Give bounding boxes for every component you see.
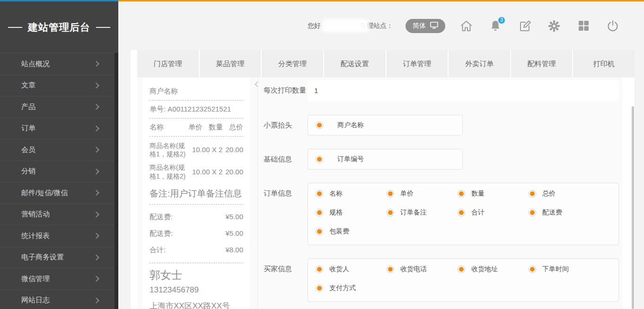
- tab-ingredient-management[interactable]: 配料管理: [511, 50, 573, 77]
- sidebar-item-label: 网站日志: [21, 296, 50, 305]
- sidebar-item-orders[interactable]: 订单: [0, 118, 118, 139]
- tab-order-management[interactable]: 订单管理: [387, 50, 449, 77]
- topbar-icons: 3: [459, 19, 619, 33]
- radio-consignee-phone[interactable]: [387, 266, 394, 273]
- print-count-input[interactable]: 1: [308, 80, 619, 102]
- settings-gear-icon[interactable]: [547, 19, 561, 33]
- radio-consignee[interactable]: [316, 266, 323, 273]
- tab-delivery-settings[interactable]: 配送设置: [324, 50, 387, 77]
- sidebar-item-members[interactable]: 会员: [0, 139, 118, 161]
- options-row: 名称 单价 数量 总价: [316, 184, 618, 203]
- option-total-price: 总价: [529, 189, 600, 198]
- radio-subtotal[interactable]: [458, 209, 465, 216]
- receipt-buyer-phone: 13123456789: [150, 285, 243, 295]
- col-quantity: 数量: [209, 123, 223, 132]
- radio-label: 订单备注: [400, 208, 427, 217]
- sidebar-item-products[interactable]: 产品: [0, 96, 118, 118]
- home-icon[interactable]: [459, 19, 473, 33]
- radio-dot: [317, 229, 322, 234]
- radio-delivery-fee[interactable]: [529, 209, 536, 216]
- radio-unit-price[interactable]: [387, 190, 394, 197]
- sidebar-scrollbar[interactable]: [115, 53, 118, 309]
- sidebar-item-ecommerce-settings[interactable]: 电子商务设置: [0, 247, 118, 268]
- divider: [150, 136, 243, 137]
- tab-label: 打印机: [593, 60, 615, 69]
- sidebar-item-label: 营销活动: [21, 210, 50, 219]
- tab-label: 配送设置: [341, 60, 369, 69]
- apps-grid-icon[interactable]: [577, 19, 590, 33]
- sidebar-item-label: 站点概况: [21, 60, 50, 69]
- radio-quantity[interactable]: [458, 190, 465, 197]
- radio-spec[interactable]: [316, 209, 323, 216]
- tab-store-management[interactable]: 门店管理: [137, 50, 200, 77]
- option-unit-price: 单价: [387, 189, 458, 198]
- sidebar-item-site-overview[interactable]: 站点概况: [0, 53, 118, 75]
- item-name: 商品名称(规格1，规格2): [150, 163, 191, 180]
- sidebar-item-site-logs[interactable]: 网站日志: [0, 290, 118, 309]
- receipt-order-number: 单号: A001121232521521: [150, 105, 243, 114]
- tab-category-management[interactable]: 分类管理: [262, 50, 324, 77]
- edit-icon[interactable]: [518, 19, 531, 33]
- sidebar-item-articles[interactable]: 文章: [0, 75, 118, 96]
- chevron-right-icon: [93, 104, 99, 110]
- sidebar-item-wechat-management[interactable]: 微信管理: [0, 268, 118, 290]
- radio-dot: [459, 191, 464, 196]
- tab-dish-management[interactable]: 菜品管理: [200, 50, 262, 77]
- item-name: 商品名称(规格1，规格2): [150, 141, 191, 158]
- radio-total-price[interactable]: [529, 190, 536, 197]
- radio-label: 规格: [329, 208, 343, 217]
- receipt-merchant-name: 商户名称: [150, 83, 243, 96]
- options-row: 收货人 收货电话 收货地址 下单时间: [316, 260, 618, 279]
- radio-dot: [317, 286, 322, 291]
- radio-delivery-address[interactable]: [458, 266, 465, 273]
- col-unit-price: 单价: [188, 123, 203, 132]
- option-name: 名称: [316, 189, 387, 198]
- chevron-right-icon: [93, 254, 99, 260]
- item-total: 20.00: [225, 145, 243, 154]
- option-subtotal: 合计: [458, 208, 529, 217]
- radio-label: 收货人: [329, 265, 349, 274]
- basic-info-label: 基础信息: [258, 149, 308, 164]
- radio-dot: [317, 267, 322, 272]
- radio-dot: [317, 210, 322, 215]
- username-redacted: [324, 21, 367, 31]
- chevron-right-icon: [93, 147, 99, 153]
- divider: [150, 263, 243, 263]
- sidebar-item-distribution[interactable]: 分销: [0, 161, 118, 182]
- fee-value: ¥5.00: [225, 213, 243, 222]
- printer-settings-form: 每次打印数量 1 小票抬头 商户名称 基础信息 订单编号 订单信息: [257, 77, 623, 309]
- radio-label: 名称: [329, 189, 343, 198]
- logo-dash-right: [96, 27, 110, 28]
- buyer-info-label: 买家信息: [258, 258, 308, 274]
- sidebar-item-mail-sms-wechat[interactable]: 邮件/短信/微信: [0, 182, 118, 204]
- col-total: 总价: [229, 123, 243, 132]
- sidebar-item-label: 订单: [21, 124, 35, 133]
- radio-label: 下单时间: [542, 265, 569, 274]
- sidebar-item-reports[interactable]: 统计报表: [0, 225, 118, 247]
- option-delivery-address: 收货地址: [458, 265, 529, 274]
- tab-printer[interactable]: 打印机: [573, 50, 635, 77]
- radio-name[interactable]: [316, 190, 323, 197]
- sidebar-item-marketing[interactable]: 营销活动: [0, 204, 118, 225]
- radio-order-number[interactable]: [316, 155, 323, 163]
- tab-label: 菜品管理: [216, 60, 244, 69]
- logout-power-icon[interactable]: [606, 19, 619, 33]
- radio-packaging-fee[interactable]: [316, 228, 323, 235]
- radio-dot: [459, 267, 464, 272]
- radio-order-note[interactable]: [387, 209, 394, 216]
- radio-payment-method[interactable]: [316, 284, 323, 292]
- divider: [150, 100, 243, 101]
- options-row: 支付方式: [316, 279, 618, 298]
- radio-order-time[interactable]: [529, 266, 536, 273]
- radio-dot: [388, 210, 393, 215]
- receipt-buyer-name: 郭女士: [150, 268, 243, 283]
- content-scrollbar[interactable]: [632, 106, 634, 309]
- sidebar-item-label: 邮件/短信/微信: [21, 189, 68, 197]
- sidebar-item-label: 统计报表: [21, 232, 50, 240]
- language-button[interactable]: 简体: [406, 19, 445, 33]
- tab-takeout-orders[interactable]: 外卖订单: [449, 50, 511, 77]
- tab-label: 订单管理: [403, 60, 431, 69]
- notifications-bell-icon[interactable]: 3: [489, 19, 502, 33]
- chevron-right-icon: [93, 297, 99, 303]
- radio-merchant-name[interactable]: [316, 121, 323, 129]
